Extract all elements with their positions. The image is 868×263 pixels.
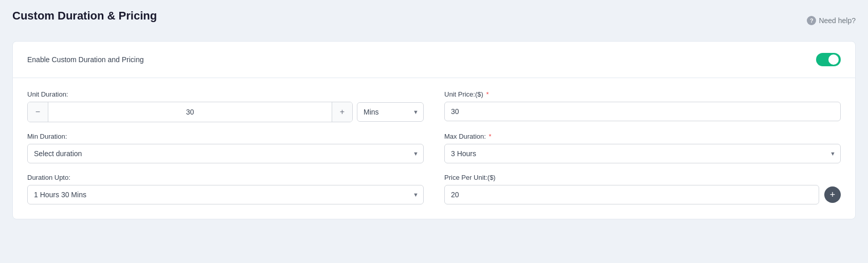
max-duration-select-wrapper: 1 Hour 2 Hours 3 Hours 4 Hours 5 Hours ▼: [444, 144, 841, 163]
price-per-unit-label: Price Per Unit:($): [444, 174, 819, 181]
max-duration-label: Max Duration: *: [444, 133, 841, 140]
unit-select-wrapper: Mins Hours ▼: [357, 102, 424, 122]
toggle-label: Enable Custom Duration and Pricing: [27, 55, 143, 64]
toggle-section: Enable Custom Duration and Pricing: [13, 42, 855, 78]
toggle-thumb: [828, 54, 839, 65]
enable-toggle[interactable]: [816, 53, 841, 66]
max-duration-required: *: [487, 133, 492, 140]
help-icon: ?: [807, 16, 816, 25]
help-link[interactable]: ? Need help?: [807, 16, 856, 25]
duration-upto-select[interactable]: 30 Mins 1 Hour 1 Hours 30 Mins 2 Hours 2…: [27, 185, 424, 204]
unit-price-input[interactable]: [444, 102, 841, 121]
min-duration-select-wrapper: Select duration 30 Mins 1 Hour 1 Hours 3…: [27, 144, 424, 163]
duration-value-input[interactable]: [48, 102, 332, 122]
min-duration-group: Min Duration: Select duration 30 Mins 1 …: [27, 133, 424, 163]
min-duration-label: Min Duration:: [27, 133, 424, 140]
duration-upto-select-wrapper: 30 Mins 1 Hour 1 Hours 30 Mins 2 Hours 2…: [27, 185, 424, 204]
duration-upto-group: Duration Upto: 30 Mins 1 Hour 1 Hours 30…: [27, 174, 424, 204]
main-card: Enable Custom Duration and Pricing Unit …: [12, 41, 856, 219]
unit-duration-input-row: − + Mins Hours ▼: [27, 102, 424, 122]
price-per-unit-input[interactable]: [444, 185, 819, 204]
page-title: Custom Duration & Pricing: [12, 9, 157, 23]
unit-duration-label: Unit Duration:: [27, 90, 424, 98]
stepper-group: − +: [27, 102, 353, 122]
duration-upto-label: Duration Upto:: [27, 174, 424, 181]
decrement-button[interactable]: −: [28, 102, 48, 122]
increment-button[interactable]: +: [332, 102, 352, 122]
unit-price-label: Unit Price:($) *: [444, 90, 841, 98]
unit-duration-group: Unit Duration: − + Mins Hours ▼: [27, 90, 424, 122]
unit-price-group: Unit Price:($) *: [444, 90, 841, 122]
min-duration-select[interactable]: Select duration 30 Mins 1 Hour 1 Hours 3…: [27, 144, 424, 163]
unit-select[interactable]: Mins Hours: [357, 102, 424, 122]
max-duration-select[interactable]: 1 Hour 2 Hours 3 Hours 4 Hours 5 Hours: [444, 144, 841, 163]
help-label: Need help?: [819, 16, 856, 25]
form-section: Unit Duration: − + Mins Hours ▼: [13, 78, 855, 219]
price-per-unit-group: Price Per Unit:($): [444, 174, 819, 204]
add-row-button[interactable]: +: [824, 186, 841, 203]
unit-price-required: *: [484, 90, 489, 98]
max-duration-group: Max Duration: * 1 Hour 2 Hours 3 Hours 4…: [444, 133, 841, 163]
form-grid: Unit Duration: − + Mins Hours ▼: [27, 90, 841, 204]
price-per-unit-row: Price Per Unit:($) +: [444, 174, 841, 204]
